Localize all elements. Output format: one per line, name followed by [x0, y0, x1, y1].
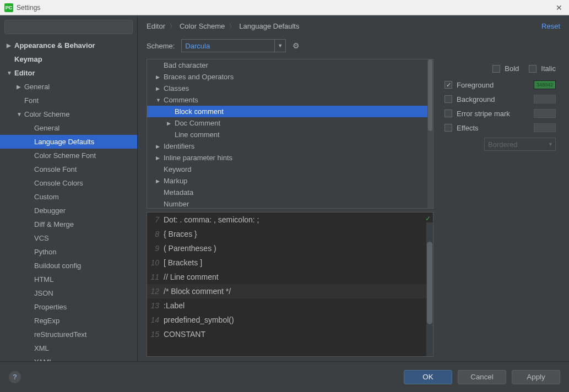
tree-cs-console-font[interactable]: Console Font	[0, 162, 137, 176]
attr-comments[interactable]: ▼Comments	[147, 94, 433, 106]
scrollbar[interactable]	[426, 222, 433, 356]
effect-type-select[interactable]: Bordered▼	[484, 138, 556, 151]
chevron-down-icon: ▼	[548, 141, 553, 147]
tree-appearance[interactable]: ▶Appearance & Behavior	[0, 39, 137, 52]
italic-checkbox[interactable]	[529, 65, 537, 73]
attr-metadata[interactable]: Metadata	[147, 187, 433, 198]
tree-cs-vcs[interactable]: VCS	[0, 231, 137, 245]
tree-keymap[interactable]: Keymap	[0, 52, 137, 66]
tree-cs-debugger[interactable]: Debugger	[0, 204, 137, 217]
chevron-right-icon: ▶	[156, 74, 164, 80]
italic-label: Italic	[541, 64, 556, 73]
attr-inline-hints[interactable]: ▶Inline parameter hints	[147, 152, 433, 164]
attr-bad-character[interactable]: Bad character	[147, 59, 433, 71]
chevron-down-icon: ▼	[274, 40, 285, 52]
attr-keyword[interactable]: Keyword	[147, 164, 433, 175]
attr-identifiers[interactable]: ▶Identifiers	[147, 140, 433, 152]
tree-cs-properties[interactable]: Properties	[0, 300, 137, 314]
attributes-panel: Bad character ▶Braces and Operators ▶Cla…	[147, 59, 433, 357]
foreground-label: Foreground	[457, 81, 529, 89]
tree-cs-html[interactable]: HTML	[0, 273, 137, 286]
help-icon[interactable]: ?	[9, 371, 21, 383]
tree-cs-xml[interactable]: XML	[0, 341, 137, 355]
chevron-right-icon: ▶	[156, 155, 164, 161]
chevron-right-icon: ▶	[167, 121, 175, 126]
tree-cs-python[interactable]: Python	[0, 245, 137, 259]
scheme-value: Darcula	[185, 42, 210, 50]
tree-colorscheme[interactable]: ▼Color Scheme	[0, 107, 137, 121]
errorstripe-checkbox[interactable]	[445, 110, 452, 117]
bold-label: Bold	[505, 64, 519, 73]
check-icon: ✓	[425, 215, 431, 222]
preview-line-12[interactable]: /* Block comment */	[164, 284, 231, 298]
tree-editor[interactable]: ▼Editor	[0, 66, 137, 80]
scheme-select[interactable]: Darcula ▼	[181, 39, 286, 52]
chevron-right-icon: ▶	[156, 86, 164, 91]
preview-line-15[interactable]: CONSTANT	[164, 327, 205, 341]
background-label: Background	[457, 95, 529, 104]
tree-cs-rst[interactable]: reStructuredText	[0, 328, 137, 341]
ok-button[interactable]: OK	[404, 370, 452, 384]
gear-icon[interactable]: ⚙	[292, 41, 300, 50]
attr-doc-comment[interactable]: ▶Doc Comment	[147, 117, 433, 129]
background-swatch[interactable]	[534, 95, 556, 104]
errorstripe-label: Error stripe mark	[457, 110, 529, 118]
tree-cs-font[interactable]: Color Scheme Font	[0, 149, 137, 162]
scheme-label: Scheme:	[147, 42, 175, 50]
cancel-button[interactable]: Cancel	[458, 370, 506, 384]
effects-label: Effects	[457, 124, 529, 132]
tree-cs-json[interactable]: JSON	[0, 286, 137, 300]
effects-checkbox[interactable]	[445, 124, 452, 132]
tree-cs-yaml[interactable]: YAML	[0, 355, 137, 361]
attr-classes[interactable]: ▶Classes	[147, 83, 433, 94]
tree-cs-language-defaults[interactable]: Language Defaults	[0, 135, 137, 149]
preview-line-14[interactable]: predefined_symbol()	[164, 313, 234, 327]
tree-font[interactable]: Font	[0, 94, 137, 107]
tree-cs-console-colors[interactable]: Console Colors	[0, 176, 137, 190]
breadcrumb-editor[interactable]: Editor	[147, 22, 165, 30]
tree-cs-buildout[interactable]: Buildout config	[0, 259, 137, 273]
search-input[interactable]	[4, 20, 133, 34]
properties-panel: Bold Italic Foreground348042 Background …	[433, 59, 560, 357]
effects-swatch[interactable]	[534, 123, 556, 132]
attribute-tree[interactable]: Bad character ▶Braces and Operators ▶Cla…	[147, 59, 433, 209]
attr-markup[interactable]: ▶Markup	[147, 175, 433, 187]
breadcrumb-colorscheme[interactable]: Color Scheme	[180, 22, 225, 30]
footer: ? OK Cancel Apply	[0, 361, 569, 392]
scrollbar[interactable]	[427, 59, 433, 208]
reset-link[interactable]: Reset	[541, 22, 560, 30]
chevron-right-icon: ▶	[7, 42, 14, 48]
preview-line-8[interactable]: { Braces }	[164, 227, 197, 241]
breadcrumb: Editor 〉 Color Scheme 〉 Language Default…	[138, 15, 569, 37]
content-panel: Editor 〉 Color Scheme 〉 Language Default…	[138, 15, 569, 361]
chevron-right-icon: 〉	[229, 23, 235, 30]
tree-cs-diff[interactable]: Diff & Merge	[0, 217, 137, 231]
breadcrumb-current: Language Defaults	[239, 22, 299, 30]
close-icon[interactable]: ✕	[556, 3, 565, 12]
attr-block-comment[interactable]: Block comment	[147, 106, 433, 117]
bold-checkbox[interactable]	[492, 65, 500, 73]
chevron-down-icon: ▼	[17, 111, 24, 117]
tree-cs-regexp[interactable]: RegExp	[0, 314, 137, 328]
chevron-down-icon: ▼	[156, 97, 164, 103]
preview-line-9[interactable]: ( Parentheses )	[164, 241, 216, 255]
foreground-checkbox[interactable]	[445, 81, 452, 89]
preview-box[interactable]: ✓ 7Dot: . comma: , semicolon: ; 8{ Brace…	[147, 212, 433, 357]
scheme-row: Scheme: Darcula ▼ ⚙	[138, 37, 569, 59]
settings-tree[interactable]: ▶Appearance & Behavior Keymap ▼Editor ▶G…	[0, 39, 137, 361]
preview-line-10[interactable]: [ Brackets ]	[164, 255, 202, 270]
apply-button[interactable]: Apply	[512, 370, 560, 384]
attr-braces[interactable]: ▶Braces and Operators	[147, 71, 433, 83]
chevron-down-icon: ▼	[7, 70, 14, 76]
background-checkbox[interactable]	[445, 95, 452, 103]
attr-line-comment[interactable]: Line comment	[147, 129, 433, 140]
tree-cs-custom[interactable]: Custom	[0, 190, 137, 204]
tree-general[interactable]: ▶General	[0, 80, 137, 94]
foreground-swatch[interactable]: 348042	[534, 80, 556, 89]
preview-line-13[interactable]: :Label	[164, 298, 185, 313]
errorstripe-swatch[interactable]	[534, 109, 556, 118]
attr-number[interactable]: Number	[147, 198, 433, 209]
preview-line-11[interactable]: // Line comment	[164, 270, 219, 284]
tree-cs-general[interactable]: General	[0, 121, 137, 135]
preview-line-7[interactable]: Dot: . comma: , semicolon: ;	[164, 213, 259, 227]
